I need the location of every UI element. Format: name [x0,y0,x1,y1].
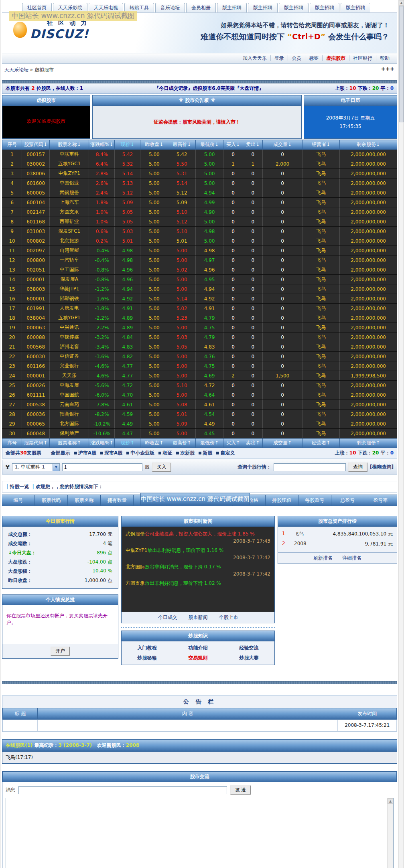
stock-cell: 中工国际 [50,265,89,275]
filter-link[interactable]: 新股 [203,450,212,456]
top-tab[interactable]: 音乐论坛 [155,3,185,12]
holdings-column-header[interactable]: 股票代码 [35,495,68,506]
filter-link[interactable]: 沪市A股 [78,450,96,456]
knowledge-link[interactable]: 交易规则 [173,655,223,661]
top-tab[interactable]: 版主招聘 [217,3,247,12]
user-nav-item[interactable]: 加入天天乐 [239,55,271,61]
filter-link[interactable]: 中小企业板 [130,450,154,456]
rank-name[interactable]: 飞鸟 [294,531,304,537]
stock-column-header[interactable]: 序号 [2,438,22,448]
stock-column-header[interactable]: 昨收盘↑ [140,438,168,448]
stock-cell: 5.32 [115,159,140,169]
stock-column-header[interactable]: 现价↓ [115,140,140,150]
stock-column-header[interactable]: 买入↑ [223,438,243,448]
filter-link[interactable]: 深市A股 [104,450,122,456]
stock-cell: 0 [223,246,243,256]
message-input[interactable] [18,786,227,794]
stock-cell: 5.09 [115,198,140,207]
stock-column-header[interactable]: 剩余股份↑ [340,438,397,448]
holdings-column-header[interactable]: 持股现值 [266,495,298,506]
stock-column-header[interactable]: 买入↓ [223,140,243,150]
stock-column-header[interactable]: 序号 [2,140,22,150]
stock-column-header[interactable]: 涨跌幅%↓ [89,140,115,150]
filter-link[interactable]: 次新股 [180,450,195,456]
top-tab[interactable]: 版主招聘 [248,3,278,12]
user-nav-item[interactable]: 虚拟股市 [323,55,349,61]
stock-cell: 5.00 [140,265,168,275]
online-member-item[interactable]: 飞鸟(17:17) [2,751,397,763]
holdings-column-header[interactable]: 拥有数量 [101,495,134,506]
user-nav-item[interactable]: 帮助 [376,55,393,61]
holdings-column-header[interactable]: 盈亏率 [364,495,397,506]
news-tab[interactable]: 股市新闻 [189,614,208,620]
stock-column-header[interactable]: 涨跌幅%↑ [89,438,115,448]
chat-log[interactable]: ▲ ▼ [6,798,394,868]
stock-column-header[interactable]: 股票名称↓ [50,140,89,150]
stock-column-header[interactable]: 最高价↑ [168,438,196,448]
stock-column-header[interactable]: 经营者↓ [302,140,339,150]
stock-cell: 一汽轿车 [50,256,89,265]
knowledge-link[interactable]: 功能介绍 [173,645,223,651]
filter-show-all[interactable]: 全部显示 [51,450,70,456]
stock-cell: 2.8% [89,169,115,178]
market-links[interactable]: 『今日成交记录』虚拟股市6.0完美版『大盘详情』 [83,85,335,92]
knowledge-link[interactable]: 炒股大赛 [223,655,274,661]
open-account-button[interactable]: 开户 [51,647,70,656]
stock-column-header[interactable]: 卖出↓ [243,140,263,150]
user-nav-item[interactable]: 登录 [271,55,288,61]
breadcrumb-root[interactable]: 天天乐论坛 [4,67,28,73]
page-scrollbar[interactable]: ▲ ▼ [398,0,404,868]
top-tab[interactable]: 会员相册 [186,3,216,12]
top-tab[interactable]: 版主招聘 [341,3,370,12]
holdings-column-header[interactable]: 总盈亏 [331,495,364,506]
stock-cell: -0.8% [89,265,115,275]
scroll-up-icon[interactable]: ▲ [388,798,393,804]
scroll-thumb[interactable] [399,6,404,122]
stock-column-header[interactable]: 最低价↓ [196,140,223,150]
user-nav-item[interactable]: 标签 [305,55,323,61]
fuzzy-query-link[interactable]: [模糊查询] [370,464,394,471]
stock-column-header[interactable]: 最高价↓ [168,140,196,150]
holdings-column-header[interactable]: 编号 [2,495,35,506]
user-nav-item[interactable]: 社区银行 [349,55,376,61]
ranking-action-link[interactable]: 刷新排名 [313,555,333,561]
calendar-box: 电子日历 2008年3月7日 星期五 17:45:35 [304,95,397,139]
send-button[interactable]: 发 送 [230,785,251,795]
stock-column-header[interactable]: 经营者↑ [302,438,339,448]
news-tab[interactable]: 今日成交 [158,614,177,620]
knowledge-link[interactable]: 入门教程 [122,645,173,651]
stock-row: 28600036招商银行-8.2%4.595.005.014.54000飞鸟2,… [2,410,397,419]
stock-column-header[interactable]: 股票代码↓ [22,140,50,150]
stock-cell: 002097 [22,246,50,256]
stock-column-header[interactable]: 卖出↑ [243,438,263,448]
top-tab[interactable]: 版主招聘 [310,3,339,12]
stock-select[interactable]: 1. 中联重科-1 ▼ [12,463,60,471]
board-col-date: 发布时间 [338,708,397,720]
ranking-action-link[interactable]: 详细排名 [342,555,361,561]
query-input[interactable] [274,463,346,471]
stock-column-header[interactable]: 股票代码↑ [22,438,50,448]
knowledge-link[interactable]: 炒股秘籍 [122,655,173,661]
chat-scrollbar[interactable]: ▲ ▼ [387,798,393,868]
stock-column-header[interactable]: 剩余股份↓ [340,140,397,150]
buy-button[interactable]: 买入 [152,462,171,472]
stock-column-header[interactable]: 现价↑ [115,438,140,448]
filter-link[interactable]: 自定义 [220,450,235,456]
scroll-up-icon[interactable]: ▲ [399,0,404,6]
stock-column-header[interactable]: 成交量↑ [263,438,302,448]
rank-name[interactable]: 2008 [294,541,307,548]
collapse-icons[interactable]: ✚✚✚ [381,67,395,72]
quantity-input[interactable] [62,463,142,471]
stock-column-header[interactable]: 昨收盘↓ [140,140,168,150]
holdings-column-header[interactable]: 每股盈亏 [298,495,331,506]
query-button[interactable]: 查询 [348,462,367,472]
top-tab[interactable]: 版主招聘 [279,3,309,12]
user-nav-item[interactable]: 会员 [288,55,305,61]
holdings-column-header[interactable]: 股票名称 [68,495,101,506]
stock-column-header[interactable]: 成交量↓ [263,140,302,150]
stock-column-header[interactable]: 股票名称↑ [50,438,89,448]
filter-link[interactable]: 权证 [162,450,172,456]
news-tab[interactable]: 个股上市 [219,614,238,620]
knowledge-link[interactable]: 经验交流 [223,645,274,651]
stock-column-header[interactable]: 最低价↑ [196,438,223,448]
